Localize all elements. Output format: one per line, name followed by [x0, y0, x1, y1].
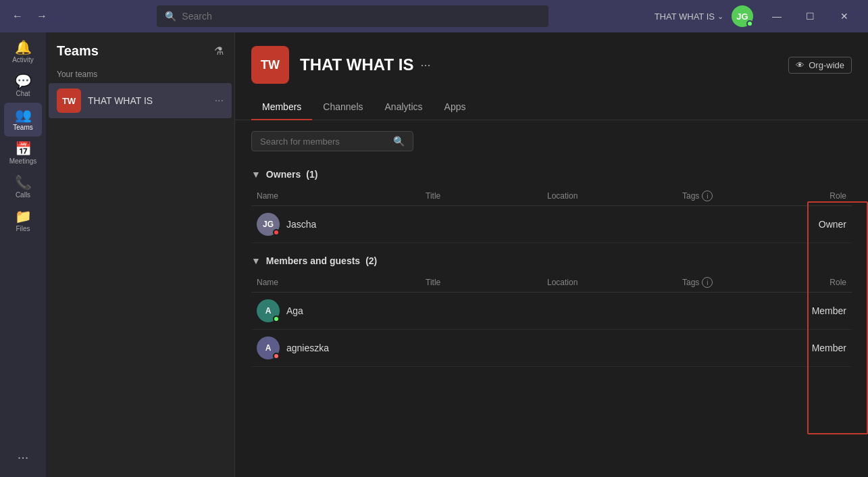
- titlebar: ← → 🔍 THAT WHAT IS ⌄ JG — ☐ ✕: [0, 0, 868, 32]
- col-title: Title: [420, 273, 542, 293]
- table-row: A agnieszka Member: [251, 330, 852, 367]
- sidebar-item-label: Calls: [16, 191, 30, 199]
- team-title-row: THAT WHAT IS ··· 👁 Org-wide: [300, 55, 852, 74]
- filter-icon[interactable]: ⚗: [214, 45, 224, 57]
- tab-apps[interactable]: Apps: [434, 95, 477, 120]
- calls-icon: 📞: [15, 176, 32, 189]
- member-title: [420, 206, 542, 243]
- tab-analytics[interactable]: Analytics: [374, 95, 434, 120]
- member-name-cell: A agnieszka: [251, 330, 420, 367]
- status-indicator: [273, 353, 280, 359]
- tenant-name[interactable]: THAT WHAT IS ⌄: [655, 11, 723, 22]
- sidebar-item-teams[interactable]: 👥 Teams: [4, 103, 42, 136]
- col-role: Role: [760, 273, 852, 293]
- table-row: A Aga Member: [251, 293, 852, 330]
- table-row: JG Jascha Owner: [251, 206, 852, 243]
- sidebar-item-label: Meetings: [9, 157, 37, 165]
- col-role: Role: [767, 186, 852, 206]
- member-tags: [677, 330, 760, 367]
- sidebar-item-label: Files: [16, 225, 30, 232]
- org-wide-badge[interactable]: 👁 Org-wide: [788, 57, 852, 74]
- tab-members[interactable]: Members: [251, 95, 312, 120]
- status-indicator: [273, 229, 280, 236]
- tabs-row: Members Channels Analytics Apps: [235, 95, 868, 120]
- content-area: TW THAT WHAT IS ··· 👁 Org-wide Members C…: [235, 32, 868, 477]
- col-tags: Tags i: [677, 186, 767, 206]
- search-members-input[interactable]: [260, 136, 388, 147]
- teams-panel: Teams ⚗ Your teams TW THAT WHAT IS ···: [46, 32, 235, 477]
- teams-panel-header: Teams ⚗: [46, 32, 234, 64]
- team-more-icon[interactable]: ···: [215, 95, 224, 107]
- sidebar-item-activity[interactable]: 🔔 Activity: [4, 35, 42, 69]
- global-search-input[interactable]: [182, 11, 540, 22]
- team-header: TW THAT WHAT IS ··· 👁 Org-wide: [235, 32, 868, 95]
- back-button[interactable]: ←: [8, 7, 27, 26]
- col-tags: Tags i: [677, 273, 760, 293]
- owners-label: Owners: [266, 169, 301, 180]
- members-count: (2): [365, 255, 377, 266]
- member-role: Owner: [767, 206, 852, 243]
- chat-icon: 💬: [15, 74, 32, 88]
- status-indicator: [273, 316, 280, 322]
- member-tags: [677, 206, 767, 243]
- maximize-button[interactable]: ☐: [795, 5, 826, 27]
- tags-info-icon[interactable]: i: [702, 191, 713, 201]
- global-search-bar[interactable]: 🔍: [157, 5, 548, 27]
- search-icon: 🔍: [165, 11, 176, 22]
- tab-channels[interactable]: Channels: [312, 95, 374, 120]
- search-members-bar[interactable]: 🔍: [251, 131, 413, 151]
- sidebar-item-more[interactable]: ···: [4, 445, 42, 469]
- more-icon: ···: [18, 450, 29, 463]
- sidebar-item-files[interactable]: 📁 Files: [4, 204, 42, 238]
- sidebar-item-label: Activity: [12, 56, 34, 64]
- team-list-item[interactable]: TW THAT WHAT IS ···: [49, 83, 232, 118]
- member-role: Member: [760, 293, 852, 330]
- titlebar-right: THAT WHAT IS ⌄ JG — ☐ ✕: [655, 5, 860, 27]
- col-name: Name: [251, 186, 420, 206]
- col-location: Location: [542, 186, 677, 206]
- member-name: agnieszka: [286, 343, 329, 353]
- chevron-down-icon: ⌄: [717, 12, 723, 21]
- sidebar-item-label: Teams: [13, 124, 32, 131]
- member-title: [420, 330, 542, 367]
- team-title: THAT WHAT IS: [300, 55, 413, 74]
- member-location: [542, 293, 677, 330]
- minimize-button[interactable]: —: [761, 5, 792, 27]
- files-icon: 📁: [15, 209, 32, 223]
- tags-info-icon[interactable]: i: [702, 277, 713, 288]
- your-teams-label: Your teams: [46, 64, 234, 83]
- main-layout: 🔔 Activity 💬 Chat 👥 Teams 📅 Meetings 📞 C…: [0, 32, 868, 477]
- member-role: Member: [760, 330, 852, 367]
- owners-count: (1): [306, 169, 317, 180]
- owners-section-header[interactable]: ▼ Owners (1): [251, 165, 852, 184]
- member-name: Jascha: [286, 219, 316, 230]
- status-indicator: [746, 20, 753, 27]
- sidebar-item-chat[interactable]: 💬 Chat: [4, 69, 42, 103]
- meetings-icon: 📅: [15, 142, 32, 155]
- member-location: [542, 206, 677, 243]
- members-label: Members and guests: [266, 255, 360, 266]
- close-button[interactable]: ✕: [829, 5, 860, 27]
- forward-button[interactable]: →: [32, 7, 51, 26]
- sidebar-item-calls[interactable]: 📞 Calls: [4, 170, 42, 204]
- avatar[interactable]: JG: [732, 5, 753, 27]
- window-controls: — ☐ ✕: [761, 5, 860, 27]
- member-name-cell: A Aga: [251, 293, 420, 330]
- teams-icon: 👥: [15, 108, 32, 122]
- chevron-down-icon: ▼: [251, 255, 261, 266]
- sidebar-item-meetings[interactable]: 📅 Meetings: [4, 136, 42, 170]
- col-location: Location: [542, 273, 677, 293]
- member-name: Aga: [286, 305, 303, 316]
- teams-panel-title: Teams: [57, 43, 99, 59]
- member-name-cell: JG Jascha: [251, 206, 420, 243]
- team-ellipsis-icon[interactable]: ···: [420, 58, 430, 72]
- member-tags: [677, 293, 760, 330]
- members-section-header[interactable]: ▼ Members and guests (2): [251, 251, 852, 270]
- eye-icon: 👁: [796, 60, 805, 70]
- team-name: THAT WHAT IS: [88, 95, 208, 106]
- sidebar-item-label: Chat: [16, 90, 30, 97]
- col-title: Title: [420, 186, 542, 206]
- search-members-icon: 🔍: [393, 136, 405, 147]
- member-location: [542, 330, 677, 367]
- owners-table: Name Title Location Tags i Role: [251, 186, 852, 243]
